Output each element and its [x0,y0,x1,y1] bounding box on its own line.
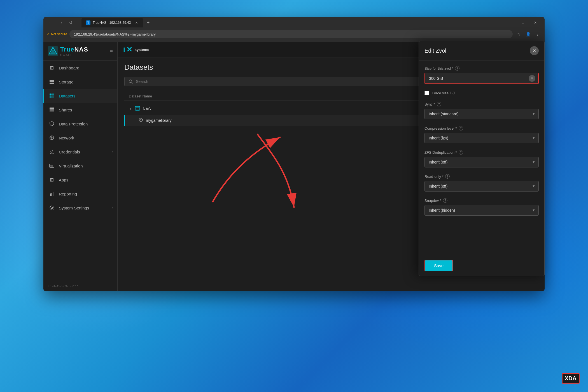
readonly-help-icon[interactable]: ? [445,174,450,179]
svg-line-30 [132,82,133,83]
virtualization-label: Virtualization [59,164,113,168]
compression-select-wrapper: Inherit (lz4) ▼ [424,133,539,143]
sync-select[interactable]: Inherit (standard) [424,109,539,119]
size-input-wrapper: ✕ [424,73,539,84]
sidebar-item-virtualization[interactable]: Virtualization [43,159,117,173]
tab-title: TrueNAS - 192.168.29.43 [93,21,132,25]
datasets-icon [49,93,55,99]
minimize-button[interactable]: — [505,18,517,27]
tree-chevron-nas: ▼ [129,107,132,111]
force-size-checkbox[interactable] [424,91,429,95]
system-settings-chevron: › [112,206,113,210]
svg-rect-32 [136,107,139,108]
dashboard-icon: ⊞ [49,65,55,71]
sidebar-item-datasets[interactable]: Datasets [43,89,117,103]
size-input[interactable] [425,73,538,83]
zvol-panel: Edit Zvol ✕ Size for this zvol * ? ✕ For… [419,41,545,276]
sync-help-icon[interactable]: ? [437,102,441,106]
size-clear-button[interactable]: ✕ [529,75,535,82]
size-help-icon[interactable]: ? [455,66,459,71]
svg-point-29 [129,80,132,83]
forward-button[interactable]: → [57,19,65,27]
system-settings-icon [49,205,55,211]
window-controls: — □ ✕ [505,18,541,27]
sidebar-item-shares[interactable]: Shares [43,103,117,117]
svg-rect-3 [50,80,54,81]
svg-rect-9 [52,96,54,98]
datasets-label: Datasets [59,94,113,98]
close-button[interactable]: ✕ [529,18,541,27]
security-indicator: ⚠ Not secure [47,32,67,36]
xda-label: XDA [565,375,577,381]
xda-logo-box: XDA [562,373,580,384]
readonly-label: Read-only * ? [424,174,539,179]
compression-help-icon[interactable]: ? [459,126,463,130]
sidebar-item-apps[interactable]: ⊞ Apps [43,173,117,187]
nas-icon [135,106,140,112]
snapdev-help-icon[interactable]: ? [443,198,447,203]
readonly-select[interactable]: Inherit (off) [424,181,539,192]
svg-rect-11 [50,109,54,111]
apps-icon: ⊞ [49,177,55,183]
dedup-help-icon[interactable]: ? [459,150,463,155]
svg-rect-4 [50,81,54,82]
dedup-select-wrapper: Inherit (off) ▼ [424,157,539,167]
truenas-logo: TrueNAS SCALE [48,46,88,57]
browser-actions: ☆ 👤 ⋮ [515,31,541,38]
ix-systems-text: systems [135,48,149,52]
dedup-select[interactable]: Inherit (off) [424,157,539,167]
size-label: Size for this zvol * ? [424,66,539,71]
compression-label: Compression level * ? [424,126,539,130]
snapdev-select[interactable]: Inherit (hidden) [424,205,539,216]
sidebar-item-dashboard[interactable]: ⊞ Dashboard [43,61,117,75]
active-tab[interactable]: T TrueNAS - 192.168.29.43 ✕ [81,18,143,27]
sidebar-item-reporting[interactable]: Reporting [43,187,117,201]
maximize-button[interactable]: □ [517,18,529,27]
svg-rect-7 [52,94,54,95]
force-size-help-icon[interactable]: ? [450,91,455,95]
sidebar-item-network[interactable]: Network [43,131,117,145]
force-size-label: Force size ? [432,91,455,95]
network-icon [49,135,55,141]
svg-point-21 [51,207,53,209]
readonly-form-group: Read-only * ? Inherit (off) ▼ [424,174,539,192]
profile-icon[interactable]: 👤 [524,31,532,38]
sidebar-item-credentials[interactable]: Credentials › [43,145,117,159]
address-input[interactable] [69,30,513,38]
truenas-logo-icon [48,46,58,56]
search-icon [129,79,133,84]
zvol-close-button[interactable]: ✕ [530,46,539,55]
reload-button[interactable]: ↺ [67,19,75,27]
tab-close-button[interactable]: ✕ [134,20,139,25]
compression-select[interactable]: Inherit (lz4) [424,133,539,143]
save-button[interactable]: Save [424,260,453,271]
sync-form-group: Sync * ? Inherit (standard) ▼ [424,102,539,119]
credentials-icon [49,149,55,155]
truenas-text: TrueNAS [60,46,88,53]
credentials-chevron: › [112,150,113,154]
menu-icon[interactable]: ⋮ [534,31,541,38]
ix-bracket-left: i [123,46,125,53]
data-protection-icon [49,121,55,127]
back-button[interactable]: ← [47,19,55,27]
bookmark-icon[interactable]: ☆ [515,31,522,38]
compression-form-group: Compression level * ? Inherit (lz4) ▼ [424,126,539,143]
zvol-footer: Save [419,255,544,276]
sidebar-header: TrueNAS SCALE ≡ [43,42,117,61]
sync-select-wrapper: Inherit (standard) ▼ [424,109,539,119]
svg-rect-33 [136,109,139,109]
sidebar-item-system-settings[interactable]: System Settings › [43,201,117,215]
shares-label: Shares [59,108,113,112]
svg-rect-20 [53,192,53,196]
version-label: TrueNAS-SCALE-*.*.* [48,284,113,288]
sidebar-item-data-protection[interactable]: Data Protection [43,117,117,131]
snapdev-select-wrapper: Inherit (hidden) ▼ [424,205,539,216]
tab-bar: T TrueNAS - 192.168.29.43 ✕ + [78,17,155,28]
sidebar-item-storage[interactable]: Storage [43,75,117,89]
snapdev-form-group: Snapdev * ? Inherit (hidden) ▼ [424,198,539,216]
tab-favicon: T [86,20,90,25]
apps-label: Apps [59,178,113,182]
sidebar-nav: ⊞ Dashboard Storage Datasets [43,61,117,215]
hamburger-button[interactable]: ≡ [110,48,113,54]
new-tab-button[interactable]: + [144,19,152,27]
